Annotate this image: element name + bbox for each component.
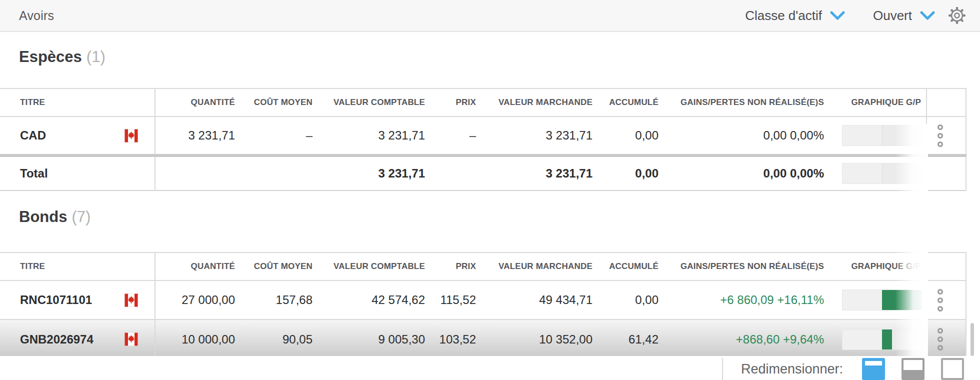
resize-panel: Redimensionner: <box>722 358 980 380</box>
cell-gains: 0,00 0,00% <box>670 116 836 156</box>
cell-cout-moyen: – <box>247 116 324 156</box>
section-title-especes: Espèces(1) <box>19 48 980 66</box>
cell-cout-moyen: 90,05 <box>247 320 324 356</box>
cell-empty <box>247 156 324 190</box>
total-label: Total <box>20 166 48 180</box>
asset-class-dropdown-label: Classe d'actif <box>745 8 822 24</box>
col-quantite[interactable]: QUANTITÉ <box>155 252 247 280</box>
cell-quantite: 3 231,71 <box>155 116 247 156</box>
cell-valeur-comptable: 3 231,71 <box>324 156 437 190</box>
titre-cell: RNC1071101 <box>0 280 155 320</box>
cell-actions <box>926 280 966 320</box>
col-graphique[interactable]: GRAPHIQUE G/P <box>836 252 926 280</box>
bottom-bar: Redimensionner: <box>0 356 980 380</box>
table-row-gnb2026974: GNB2026974 10 000,00 90,05 9 005,30 103,… <box>0 320 966 356</box>
cell-graphique <box>836 156 926 190</box>
col-accumule[interactable]: ACCUMULÉ <box>604 252 670 280</box>
cell-valeur-marchande: 10 352,00 <box>488 320 604 356</box>
cell-accumule: 0,00 <box>604 156 670 190</box>
resize-collapse-button[interactable] <box>941 358 964 380</box>
status-dropdown-label: Ouvert <box>873 8 912 24</box>
canada-flag-icon <box>124 332 138 346</box>
holdings-content: Espèces(1) TITRE QUANTITÉ COÛT MOYEN VAL… <box>0 32 980 356</box>
cell-prix: 115,52 <box>437 280 488 320</box>
resize-half-button[interactable] <box>902 358 924 380</box>
cell-actions <box>926 116 966 156</box>
col-cout-moyen[interactable]: COÛT MOYEN <box>247 88 324 116</box>
section-title-text: Espèces <box>19 48 82 66</box>
cell-empty <box>437 156 488 190</box>
cell-graphique <box>836 280 926 320</box>
toolbar-controls: Classe d'actif Ouvert <box>745 6 966 24</box>
row-menu-button[interactable] <box>938 124 944 147</box>
cell-prix: – <box>437 116 488 156</box>
cell-graphique <box>836 320 926 356</box>
titre-cell: CAD <box>0 116 155 156</box>
ticker-label: GNB2026974 <box>20 332 94 346</box>
col-prix[interactable]: PRIX <box>437 252 488 280</box>
col-actions <box>926 88 966 116</box>
col-prix[interactable]: PRIX <box>437 88 488 116</box>
total-label-cell: Total <box>0 156 155 190</box>
cell-graphique <box>836 116 926 156</box>
cell-actions <box>926 156 966 190</box>
cell-valeur-comptable: 42 574,62 <box>324 280 437 320</box>
table-header-row: TITRE QUANTITÉ COÛT MOYEN VALEUR COMPTAB… <box>0 88 966 116</box>
cell-empty <box>155 156 247 190</box>
cell-accumule: 0,00 <box>604 280 670 320</box>
table-header-row: TITRE QUANTITÉ COÛT MOYEN VALEUR COMPTAB… <box>0 252 966 280</box>
col-titre[interactable]: TITRE <box>0 88 155 116</box>
col-graphique[interactable]: GRAPHIQUE G/P <box>836 88 926 116</box>
chevron-down-icon <box>920 10 935 20</box>
titre-cell: GNB2026974 <box>0 320 155 356</box>
scrollbar-thumb[interactable] <box>970 323 974 356</box>
page-title: Avoirs <box>19 8 54 23</box>
bonds-table: TITRE QUANTITÉ COÛT MOYEN VALEUR COMPTAB… <box>0 252 966 356</box>
gain-loss-bar <box>842 163 922 184</box>
cell-valeur-marchande: 49 434,71 <box>488 280 604 320</box>
col-valeur-marchande[interactable]: VALEUR MARCHANDE <box>488 88 604 116</box>
cell-prix: 103,52 <box>437 320 488 356</box>
cell-quantite: 10 000,00 <box>155 320 247 356</box>
section-count: (7) <box>72 208 90 226</box>
col-valeur-comptable[interactable]: VALEUR COMPTABLE <box>324 252 437 280</box>
row-menu-button[interactable] <box>938 289 944 312</box>
cell-accumule: 61,42 <box>604 320 670 356</box>
cell-actions <box>926 320 966 356</box>
especes-table: TITRE QUANTITÉ COÛT MOYEN VALEUR COMPTAB… <box>0 88 966 191</box>
col-accumule[interactable]: ACCUMULÉ <box>604 88 670 116</box>
canada-flag-icon <box>124 294 138 307</box>
toolbar: Avoirs Classe d'actif Ouvert <box>0 0 980 32</box>
col-valeur-comptable[interactable]: VALEUR COMPTABLE <box>324 88 437 116</box>
table-row-rnc1071101: RNC1071101 27 000,00 157,68 42 574,62 11… <box>0 280 966 320</box>
section-title-bonds: Bonds(7) <box>19 208 980 226</box>
asset-class-dropdown[interactable]: Classe d'actif <box>745 8 845 24</box>
gain-loss-bar <box>842 329 922 350</box>
col-gains[interactable]: GAINS/PERTES NON RÉALISÉ(E)S <box>670 252 836 280</box>
gain-loss-bar <box>842 125 922 146</box>
section-title-text: Bonds <box>19 208 67 226</box>
cell-gains: +868,60 +9,64% <box>670 320 836 356</box>
cell-valeur-comptable: 3 231,71 <box>324 116 437 156</box>
col-actions <box>926 252 966 280</box>
panel-stripe <box>865 361 882 366</box>
col-valeur-marchande[interactable]: VALEUR MARCHANDE <box>488 252 604 280</box>
cell-cout-moyen: 157,68 <box>247 280 324 320</box>
cell-valeur-comptable: 9 005,30 <box>324 320 437 356</box>
resize-expand-button[interactable] <box>862 358 885 380</box>
panel-bottom-fill <box>904 370 922 378</box>
col-gains[interactable]: GAINS/PERTES NON RÉALISÉ(E)S <box>670 88 836 116</box>
table-row-cad: CAD 3 231,71 – 3 231,71 – 3 231,71 0,00 <box>0 116 966 156</box>
ticker-label: CAD <box>20 128 46 142</box>
col-quantite[interactable]: QUANTITÉ <box>155 88 247 116</box>
gain-loss-bar <box>842 290 922 310</box>
status-dropdown[interactable]: Ouvert <box>873 8 935 24</box>
cell-gains: +6 860,09 +16,11% <box>670 280 836 320</box>
col-cout-moyen[interactable]: COÛT MOYEN <box>247 252 324 280</box>
cell-valeur-marchande: 3 231,71 <box>488 116 604 156</box>
row-menu-button[interactable] <box>938 328 944 350</box>
col-titre[interactable]: TITRE <box>0 252 155 280</box>
cell-gains: 0,00 0,00% <box>670 156 836 190</box>
settings-gear-icon[interactable] <box>948 6 966 24</box>
cell-valeur-marchande: 3 231,71 <box>488 156 604 190</box>
